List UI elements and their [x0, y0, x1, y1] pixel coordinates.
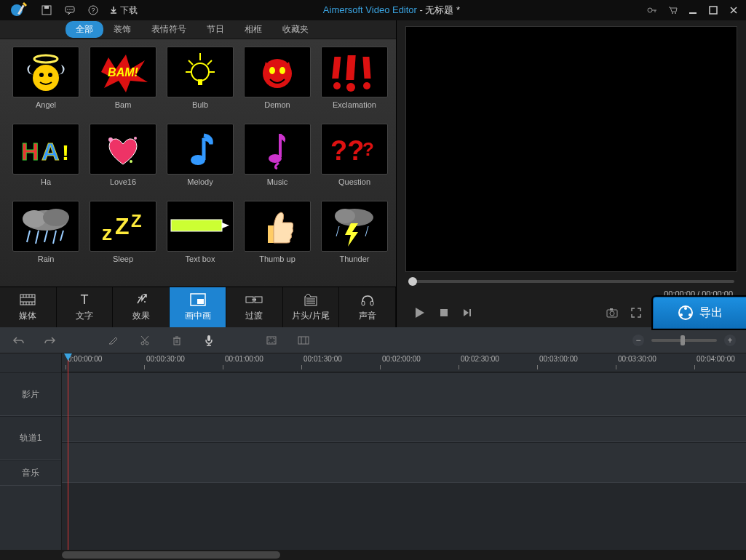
play-button[interactable] [413, 306, 426, 319]
stop-button[interactable] [439, 308, 449, 318]
key-icon[interactable] [646, 4, 659, 17]
category-tab-0[interactable]: 全部 [66, 21, 103, 38]
module-tab-0[interactable]: 媒体 [0, 287, 57, 327]
effect-item-sleep[interactable]: zZZSleep [87, 201, 159, 273]
effect-item-question[interactable]: ???Question [319, 124, 390, 196]
module-icon [20, 292, 36, 307]
save-icon[interactable] [38, 3, 55, 17]
minimize-button[interactable] [686, 4, 699, 17]
module-tab-5[interactable]: 片头/片尾 [283, 287, 340, 327]
time-ruler[interactable]: 0:00:00:0000:00:30:0000:01:00:0000:01:30… [62, 353, 746, 372]
module-icon: T [78, 292, 91, 307]
cart-icon[interactable] [666, 4, 679, 17]
effect-thumb: BAM! [90, 47, 156, 97]
preview-viewport [405, 26, 737, 272]
close-button[interactable] [727, 4, 740, 17]
effect-item-bulb[interactable]: Bulb [164, 47, 236, 119]
crop-button[interactable] [263, 332, 279, 348]
svg-rect-100 [298, 337, 309, 344]
module-tab-4[interactable]: 过渡 [226, 287, 283, 327]
zoom-slider[interactable] [651, 339, 717, 342]
music-track[interactable] [62, 442, 746, 483]
voiceover-button[interactable] [201, 332, 217, 348]
svg-line-54 [60, 231, 63, 241]
feedback-icon[interactable] [61, 3, 79, 17]
step-forward-button[interactable] [462, 308, 474, 318]
effect-item-angel[interactable]: Angel [10, 47, 82, 119]
svg-point-16 [33, 65, 59, 91]
module-tab-1[interactable]: T文字 [57, 287, 114, 327]
delete-button[interactable] [169, 332, 185, 348]
undo-button[interactable] [10, 332, 26, 348]
playhead[interactable] [68, 353, 68, 550]
track-label-track1: 轨道1 [0, 416, 61, 460]
svg-line-51 [36, 231, 39, 244]
effect-thumb: HA! [12, 124, 79, 175]
video-track[interactable] [62, 372, 746, 416]
track-area[interactable]: 0:00:00:0000:00:30:0000:01:00:0000:01:30… [62, 353, 746, 550]
svg-rect-3 [44, 6, 49, 9]
effect-thumb [321, 201, 388, 252]
effect-thumb: ??? [321, 124, 388, 175]
module-label: 片头/片尾 [292, 310, 329, 322]
fullscreen-button[interactable] [631, 308, 641, 318]
effect-item-thunder[interactable]: Thunder [319, 201, 390, 273]
svg-point-30 [279, 67, 285, 74]
effect-label: Rain [38, 255, 55, 263]
category-tab-3[interactable]: 节日 [197, 21, 234, 38]
svg-rect-97 [207, 335, 210, 341]
preview-seek-slider[interactable] [405, 276, 737, 287]
svg-text:!: ! [62, 140, 69, 164]
effect-item-text-box[interactable]: Text box [164, 201, 236, 273]
overlay-track[interactable] [62, 416, 746, 442]
effect-item-exclamation[interactable]: Exclamation [319, 47, 390, 119]
module-tab-3[interactable]: 画中画 [170, 287, 226, 327]
svg-text:?: ? [91, 7, 95, 14]
snapshot-button[interactable] [606, 308, 618, 318]
effect-label: Bam [115, 100, 132, 109]
module-icon [245, 292, 263, 307]
timeline-scrollbar[interactable] [0, 550, 746, 560]
module-tab-6[interactable]: 声音 [339, 287, 396, 327]
category-tab-1[interactable]: 装饰 [103, 21, 141, 38]
redo-button[interactable] [42, 332, 58, 348]
aspect-button[interactable] [295, 332, 312, 348]
svg-point-12 [675, 12, 676, 14]
effect-item-ha[interactable]: HA!Ha [10, 124, 82, 196]
effect-thumb [12, 47, 79, 97]
ruler-tick: 0:00:00:00 [68, 355, 102, 363]
export-button[interactable]: 导出 [653, 297, 746, 329]
zoom-out-button[interactable]: − [632, 335, 644, 346]
effect-item-rain[interactable]: Rain [10, 201, 82, 273]
module-icon [135, 292, 148, 307]
category-tab-2[interactable]: 表情符号 [141, 21, 197, 38]
effect-item-love16[interactable]: Love16 [87, 124, 159, 196]
svg-point-88 [610, 311, 614, 316]
cut-button[interactable] [137, 332, 153, 348]
download-button[interactable]: 下载 [109, 4, 138, 17]
zoom-in-button[interactable]: + [724, 335, 736, 346]
module-label: 文字 [76, 310, 93, 322]
effect-item-demon[interactable]: Demon [242, 47, 313, 119]
edit-button[interactable] [105, 332, 121, 348]
svg-point-6 [69, 9, 71, 10]
effect-thumb [167, 124, 234, 175]
svg-line-26 [189, 60, 193, 65]
category-tab-4[interactable]: 相框 [234, 21, 272, 38]
svg-point-77 [144, 301, 146, 303]
category-tabs: 全部装饰表情符号节日相框收藏夹 [0, 20, 396, 39]
svg-point-94 [141, 342, 144, 345]
help-icon[interactable]: ? [84, 3, 102, 17]
category-tab-5[interactable]: 收藏夹 [272, 21, 319, 38]
effect-item-melody[interactable]: Melody [164, 124, 236, 196]
module-icon [190, 292, 206, 307]
effect-item-bam[interactable]: BAM!Bam [87, 47, 159, 119]
svg-point-48 [23, 210, 46, 228]
svg-point-44 [269, 154, 282, 163]
ruler-tick: 00:04:00:00 [697, 355, 735, 363]
effect-item-music[interactable]: Music [242, 124, 313, 196]
module-tab-2[interactable]: 效果 [113, 287, 170, 327]
svg-text:T: T [81, 293, 89, 306]
maximize-button[interactable] [707, 4, 720, 17]
effect-item-thumb-up[interactable]: Thumb up [242, 201, 313, 273]
